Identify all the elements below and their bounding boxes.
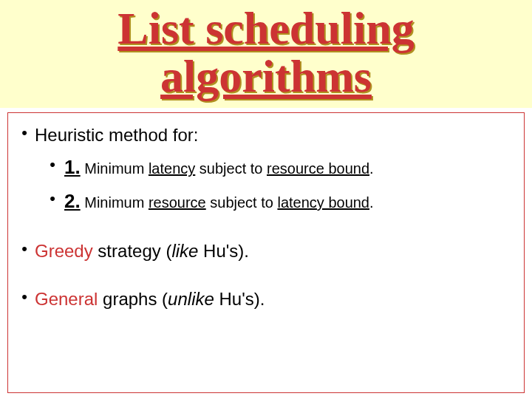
unlike-italic: unlike: [168, 289, 214, 309]
sub2-text: 2. Minimum resource subject to latency b…: [64, 189, 374, 214]
num-2: 2.: [64, 190, 81, 212]
sub1-text: 1. Minimum latency subject to resource b…: [64, 155, 374, 180]
general-red: General: [35, 289, 98, 309]
title-line-1: List scheduling: [117, 3, 414, 53]
num-1: 1.: [64, 156, 81, 178]
bullet-general: • General graphs (unlike Hu's).: [14, 287, 518, 310]
greedy-red: Greedy: [35, 241, 93, 261]
resource-bound-underline: resource bound: [267, 160, 369, 177]
latency-underline: latency: [149, 160, 195, 177]
resource-underline: resource: [149, 194, 206, 211]
greedy-text: Greedy strategy (like Hu's).: [35, 239, 249, 262]
content-box: • Heuristic method for: • 1. Minimum lat…: [7, 112, 525, 393]
title-line-2: algorithms: [160, 51, 372, 101]
slide-title: List scheduling algorithms: [117, 4, 414, 100]
like-italic: like: [171, 241, 198, 261]
bullet-icon: •: [41, 155, 64, 174]
bullet-icon: •: [14, 287, 35, 307]
bullet-icon: •: [14, 123, 35, 143]
general-text: General graphs (unlike Hu's).: [35, 287, 265, 310]
latency-bound-underline: latency bound: [277, 194, 369, 211]
heuristic-text: Heuristic method for:: [35, 123, 198, 146]
bullet-greedy: • Greedy strategy (like Hu's).: [14, 239, 518, 262]
title-band: List scheduling algorithms: [0, 0, 532, 108]
bullet-heuristic: • Heuristic method for:: [14, 123, 518, 146]
sub-bullet-2: • 2. Minimum resource subject to latency…: [41, 189, 518, 214]
sub-bullet-1: • 1. Minimum latency subject to resource…: [41, 155, 518, 180]
bullet-icon: •: [41, 189, 64, 208]
bullet-icon: •: [14, 239, 35, 259]
